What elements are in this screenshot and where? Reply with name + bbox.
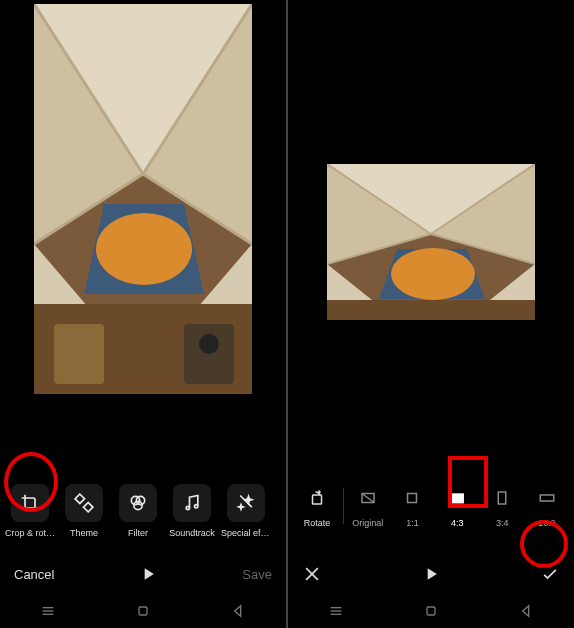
aspect-original-button[interactable]: Original	[347, 484, 389, 528]
aspect-3-4-icon	[493, 489, 511, 507]
save-button[interactable]: Save	[242, 567, 272, 582]
svg-point-20	[186, 506, 189, 509]
android-nav-bar	[288, 598, 574, 628]
aspect-label: 16:9	[538, 518, 556, 528]
bottom-action-bar	[288, 550, 574, 598]
back-button[interactable]	[230, 603, 246, 623]
svg-point-32	[391, 248, 475, 300]
preview-image-portrait	[34, 4, 252, 394]
play-button[interactable]	[421, 564, 441, 584]
aspect-label: 4:3	[451, 518, 464, 528]
recent-apps-button[interactable]	[328, 603, 344, 623]
preview-image-landscape	[327, 164, 535, 320]
svg-rect-38	[313, 495, 322, 504]
rotate-button[interactable]: Rotate	[294, 484, 340, 528]
home-button[interactable]	[135, 603, 151, 623]
svg-rect-37	[327, 300, 535, 320]
filter-icon	[128, 493, 148, 513]
svg-rect-12	[54, 324, 104, 384]
play-button[interactable]	[138, 564, 158, 584]
svg-rect-41	[408, 494, 417, 503]
svg-rect-16	[83, 502, 92, 511]
recent-apps-button[interactable]	[40, 603, 56, 623]
tool-label: Crop & rot…	[5, 528, 55, 538]
tool-label: Theme	[70, 528, 98, 538]
music-icon	[182, 493, 202, 513]
check-icon	[540, 564, 560, 584]
theme-button[interactable]: Theme	[60, 484, 108, 538]
tool-label: Filter	[128, 528, 148, 538]
svg-rect-42	[451, 494, 463, 502]
svg-point-19	[134, 501, 142, 509]
aspect-1-1-button[interactable]: 1:1	[391, 484, 433, 528]
aspect-square-icon	[403, 489, 421, 507]
bottom-action-bar: Cancel Save	[0, 550, 286, 598]
aspect-16-9-icon	[538, 489, 556, 507]
home-button[interactable]	[423, 603, 439, 623]
cancel-button[interactable]: Cancel	[14, 567, 54, 582]
svg-rect-15	[75, 494, 84, 503]
editor-screen-aspect-ratio: Rotate Original 1:1 4:3 3:4 16:9	[288, 0, 574, 628]
tool-label: Special eff…	[221, 528, 271, 538]
editor-tool-row: Crop & rot… Theme Filter Soundtrack Spec…	[0, 484, 286, 550]
svg-point-14	[199, 334, 219, 354]
svg-rect-43	[498, 492, 506, 504]
aspect-label: 3:4	[496, 518, 509, 528]
aspect-label: Original	[352, 518, 383, 528]
editor-screen-crop-tools: Crop & rot… Theme Filter Soundtrack Spec…	[0, 0, 286, 628]
back-button[interactable]	[518, 603, 534, 623]
separator	[343, 488, 344, 524]
special-effects-button[interactable]: Special eff…	[222, 484, 270, 538]
image-preview[interactable]	[288, 0, 574, 484]
crop-rotate-button[interactable]: Crop & rot…	[6, 484, 54, 538]
image-preview[interactable]	[0, 0, 286, 424]
aspect-3-4-button[interactable]: 3:4	[481, 484, 523, 528]
aspect-label: 1:1	[406, 518, 419, 528]
soundtrack-button[interactable]: Soundtrack	[168, 484, 216, 538]
close-icon	[302, 564, 322, 584]
play-icon	[138, 564, 158, 584]
android-nav-bar	[0, 598, 286, 628]
theme-icon	[74, 493, 94, 513]
confirm-button[interactable]	[540, 564, 560, 584]
aspect-original-icon	[359, 489, 377, 507]
filter-button[interactable]: Filter	[114, 484, 162, 538]
play-icon	[421, 564, 441, 584]
aspect-16-9-button[interactable]: 16:9	[526, 484, 568, 528]
sparkle-icon	[236, 493, 256, 513]
svg-point-6	[96, 213, 192, 285]
svg-rect-44	[540, 495, 554, 501]
rotate-icon	[308, 489, 326, 507]
tool-label: Soundtrack	[169, 528, 215, 538]
aspect-4-3-button[interactable]: 4:3	[436, 484, 478, 528]
svg-point-21	[195, 505, 198, 508]
aspect-ratio-row: Rotate Original 1:1 4:3 3:4 16:9	[288, 484, 574, 550]
aspect-4-3-icon	[448, 489, 466, 507]
rotate-label: Rotate	[304, 518, 331, 528]
svg-rect-25	[139, 607, 147, 615]
svg-line-40	[362, 494, 374, 503]
close-button[interactable]	[302, 564, 322, 584]
svg-rect-50	[427, 607, 435, 615]
crop-icon	[20, 493, 40, 513]
